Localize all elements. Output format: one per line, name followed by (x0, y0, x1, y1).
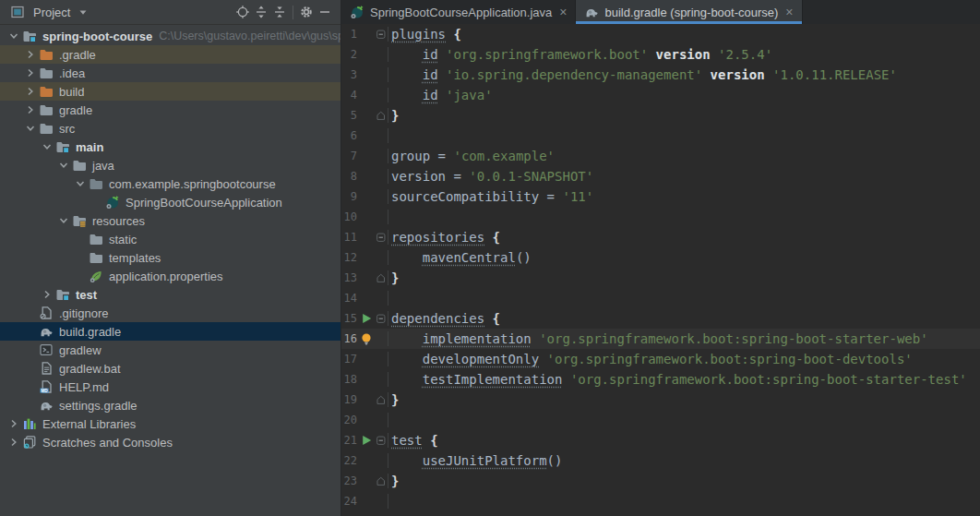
tree-item-java[interactable]: java (0, 156, 341, 174)
tree-item-com-example-springbootcourse[interactable]: com.example.springbootcourse (0, 174, 341, 193)
code-line-15[interactable]: 15dependencies { (341, 308, 980, 329)
tab-build-gradle-spring-boot-course[interactable]: build.gradle (spring-boot-course)× (576, 0, 802, 24)
expand-all-icon[interactable] (253, 4, 269, 20)
line-number[interactable]: 8 (341, 170, 357, 183)
code-line-16[interactable]: 16 implementation 'org.springframework.b… (341, 329, 980, 349)
line-number[interactable]: 15 (341, 312, 357, 325)
tree-item-external-libraries[interactable]: External Libraries (0, 414, 341, 433)
chevron-down-icon[interactable] (55, 158, 71, 173)
tree-item-gradle[interactable]: .gradle (0, 45, 341, 64)
tree-item-idea[interactable]: .idea (0, 64, 341, 82)
tree-item-application-properties[interactable]: application.properties (0, 267, 341, 285)
close-tab-icon[interactable]: × (785, 6, 793, 18)
line-number[interactable]: 23 (341, 474, 357, 487)
chevron-right-icon[interactable] (6, 435, 21, 450)
fold-start-icon[interactable] (375, 433, 388, 448)
code-line-3[interactable]: 3 id 'io.spring.dependency-management' v… (341, 65, 980, 85)
code-line-12[interactable]: 12 mavenCentral() (341, 247, 980, 268)
chevron-down-icon[interactable] (72, 176, 88, 191)
code-line-19[interactable]: 19} (341, 390, 980, 410)
fold-end-icon[interactable] (375, 108, 388, 123)
line-number[interactable]: 9 (341, 190, 357, 203)
code-line-7[interactable]: 7group = 'com.example' (341, 146, 980, 166)
tree-item-gradle[interactable]: gradle (0, 101, 341, 119)
code-line-13[interactable]: 13} (341, 268, 980, 288)
run-icon[interactable] (357, 311, 375, 326)
chevron-right-icon[interactable] (22, 102, 38, 117)
line-number[interactable]: 10 (341, 210, 357, 223)
code-line-4[interactable]: 4 id 'java' (341, 85, 980, 105)
line-number[interactable]: 19 (341, 393, 357, 406)
code-line-18[interactable]: 18 testImplementation 'org.springframewo… (341, 369, 980, 390)
tree-item-scratches-and-consoles[interactable]: Scratches and Consoles (0, 433, 341, 451)
code-line-21[interactable]: 21test { (341, 430, 980, 450)
code-line-24[interactable]: 24 (341, 491, 980, 511)
fold-end-icon[interactable] (375, 392, 388, 407)
tree-item-spring-boot-course[interactable]: spring-boot-courseC:\Users\gustavo.peire… (0, 27, 341, 45)
tree-item-templates[interactable]: templates (0, 248, 341, 267)
tree-item-springbootcourseapplication[interactable]: SpringBootCourseApplication (0, 193, 341, 211)
chevron-right-icon[interactable] (22, 84, 38, 99)
code-line-8[interactable]: 8version = '0.0.1-SNAPSHOT' (341, 166, 980, 186)
code-line-2[interactable]: 2 id 'org.springframework.boot' version … (341, 44, 980, 65)
tree-item-gradlew[interactable]: gradlew (0, 341, 341, 359)
tree-item-src[interactable]: src (0, 119, 341, 138)
tree-item-gitignore[interactable]: .gitignore (0, 304, 341, 322)
chevron-right-icon[interactable] (6, 416, 21, 431)
chevron-down-icon[interactable] (55, 213, 71, 228)
code-line-11[interactable]: 11repositories { (341, 227, 980, 247)
fold-end-icon[interactable] (375, 474, 388, 488)
code-line-6[interactable]: 6 (341, 126, 980, 146)
chevron-right-icon[interactable] (22, 47, 38, 62)
code-line-22[interactable]: 22 useJUnitPlatform() (341, 450, 980, 471)
tree-item-static[interactable]: static (0, 230, 341, 248)
tree-item-help-md[interactable]: MDHELP.md (0, 378, 341, 396)
tab-springbootcourseapplication-java[interactable]: SpringBootCourseApplication.java× (341, 0, 576, 24)
chevron-down-icon[interactable] (22, 121, 38, 136)
line-number[interactable]: 21 (341, 434, 357, 447)
code-line-23[interactable]: 23} (341, 471, 980, 491)
code-line-1[interactable]: 1plugins { (341, 24, 980, 44)
code-line-5[interactable]: 5} (341, 105, 980, 126)
line-number[interactable]: 3 (341, 68, 357, 81)
fold-start-icon[interactable] (375, 230, 388, 245)
tree-item-settings-gradle[interactable]: settings.gradle (0, 396, 341, 414)
locate-icon[interactable] (234, 4, 251, 20)
line-number[interactable]: 16 (341, 332, 357, 345)
chevron-right-icon[interactable] (39, 287, 54, 302)
line-number[interactable]: 24 (341, 495, 357, 508)
line-number[interactable]: 12 (341, 251, 357, 264)
tree-item-gradlew-bat[interactable]: gradlew.bat (0, 359, 341, 378)
close-tab-icon[interactable]: × (559, 6, 567, 18)
tree-item-test[interactable]: test (0, 285, 341, 304)
line-number[interactable]: 7 (341, 150, 357, 162)
tree-item-main[interactable]: main (0, 138, 341, 156)
line-number[interactable]: 20 (341, 414, 357, 426)
line-number[interactable]: 14 (341, 292, 357, 305)
chevron-right-icon[interactable] (22, 66, 38, 80)
line-number[interactable]: 5 (341, 109, 357, 122)
code-line-9[interactable]: 9sourceCompatibility = '11' (341, 186, 980, 207)
project-view-dropdown-icon[interactable] (75, 4, 91, 20)
line-number[interactable]: 17 (341, 353, 357, 366)
line-number[interactable]: 1 (341, 28, 357, 41)
run-icon[interactable] (357, 433, 375, 448)
code-line-20[interactable]: 20 (341, 410, 980, 430)
line-number[interactable]: 2 (341, 48, 357, 61)
line-number[interactable]: 11 (341, 231, 357, 244)
chevron-down-icon[interactable] (39, 139, 54, 154)
code-line-17[interactable]: 17 developmentOnly 'org.springframework.… (341, 349, 980, 369)
fold-start-icon[interactable] (375, 311, 388, 326)
line-number[interactable]: 13 (341, 271, 357, 284)
line-number[interactable]: 6 (341, 129, 357, 142)
fold-start-icon[interactable] (375, 27, 388, 42)
gear-icon[interactable] (298, 4, 315, 20)
line-number[interactable]: 4 (341, 89, 357, 102)
tree-item-build[interactable]: build (0, 82, 341, 101)
code-line-14[interactable]: 14 (341, 288, 980, 308)
collapse-all-icon[interactable] (271, 4, 288, 20)
code-line-10[interactable]: 10 (341, 207, 980, 227)
hide-panel-icon[interactable] (317, 4, 333, 20)
fold-end-icon[interactable] (375, 270, 388, 285)
intention-bulb-icon[interactable] (357, 331, 375, 346)
